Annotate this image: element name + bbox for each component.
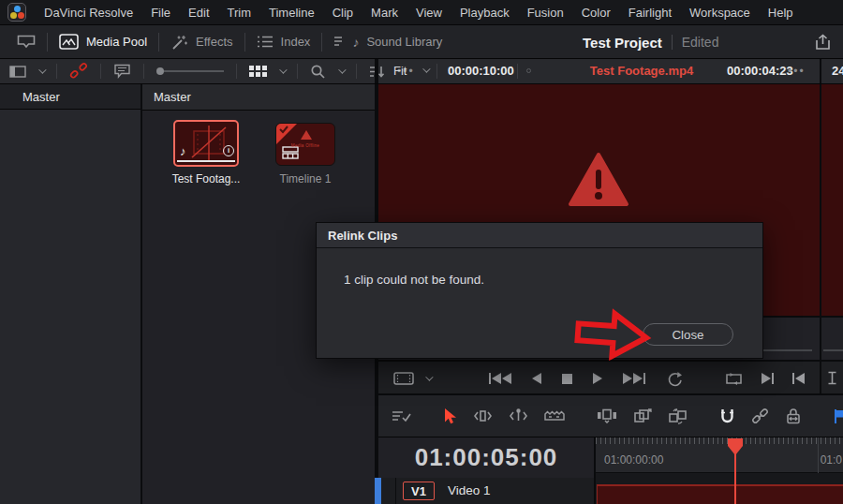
insert-clip-icon[interactable] — [597, 408, 617, 423]
clip-info-icon[interactable]: i — [223, 145, 234, 156]
chevron-down-icon[interactable] — [338, 66, 346, 73]
relink-clips-dialog: Relink Clips 1 clip could not be found. … — [316, 222, 763, 359]
clip-thumbnail-timeline-1[interactable]: Media Offline — [275, 123, 335, 166]
media-pool-button[interactable]: Media Pool — [59, 34, 147, 50]
dialog-title: Relink Clips — [328, 229, 397, 243]
play-around-button[interactable] — [762, 373, 774, 384]
timeline-viewer-fps-partial: 24 — [832, 64, 843, 78]
track-name-label[interactable]: Video 1 — [448, 483, 491, 497]
close-button[interactable]: Close — [643, 323, 733, 346]
search-icon[interactable] — [310, 64, 326, 80]
snapping-magnet-icon[interactable] — [719, 408, 735, 424]
media-pool-bin-label: Master — [154, 90, 191, 104]
last-frame-button[interactable] — [623, 373, 645, 384]
music-note-icon: ♪ — [352, 35, 359, 50]
clip-name-label[interactable]: Timeline 1 — [266, 172, 345, 185]
effects-wand-icon — [170, 34, 188, 51]
toolbar-banner-icon[interactable] — [17, 35, 36, 49]
chevron-down-icon[interactable] — [422, 65, 430, 72]
playhead-line[interactable] — [734, 452, 736, 504]
index-button[interactable]: Index — [257, 35, 311, 49]
menu-item-playback[interactable]: Playback — [460, 6, 510, 20]
sound-library-button[interactable]: ♪ Sound Library — [333, 35, 442, 50]
title-divider — [672, 35, 673, 50]
thumbnail-view-icon[interactable] — [249, 66, 267, 77]
linked-selection-icon[interactable] — [751, 408, 769, 425]
ruler-timecode-label-partial: 01:0 — [821, 453, 842, 467]
video-track-row[interactable] — [596, 484, 843, 504]
menu-item-edit[interactable]: Edit — [188, 6, 209, 20]
replace-clip-icon[interactable] — [668, 408, 688, 424]
effects-button[interactable]: Effects — [170, 34, 233, 51]
chevron-down-icon[interactable] — [425, 373, 433, 380]
unlink-broken-link-icon[interactable] — [69, 62, 88, 81]
menu-item-workspace[interactable]: Workspace — [689, 6, 750, 20]
selection-mode-cursor-icon[interactable] — [443, 408, 457, 424]
stop-button[interactable] — [562, 374, 572, 384]
timeline-view-options-icon[interactable] — [392, 408, 411, 423]
source-clip-name[interactable]: Test Footage.mp4 — [562, 64, 721, 78]
bin-list-view-icon[interactable] — [9, 66, 26, 78]
timeline-jog-partial[interactable] — [821, 316, 843, 360]
menu-item-mark[interactable]: Mark — [371, 6, 398, 20]
dynamic-trim-mode-icon[interactable] — [509, 408, 528, 423]
zoom-mode-dropdown[interactable]: Fit — [393, 64, 407, 78]
play-button[interactable] — [593, 373, 602, 384]
warning-triangle-icon — [301, 130, 312, 140]
timeline-scroll-strip[interactable] — [596, 473, 843, 484]
bin-root-item[interactable]: Master — [0, 84, 140, 110]
overwrite-clip-icon[interactable] — [633, 408, 652, 424]
loop-range-icon[interactable] — [725, 373, 743, 385]
menu-item-fairlight[interactable]: Fairlight — [629, 6, 672, 20]
menu-item-timeline[interactable]: Timeline — [269, 6, 315, 20]
chevron-down-icon[interactable] — [279, 66, 287, 73]
track-v1-badge[interactable]: V1 — [403, 482, 435, 500]
ruler-timecode-label: 01:00:00:00 — [604, 453, 663, 467]
timeline-current-timecode[interactable]: 01:00:05:00 — [415, 443, 558, 472]
menu-item-file[interactable]: File — [151, 6, 170, 20]
menu-item-clip[interactable]: Clip — [333, 6, 353, 20]
timeline-ruler[interactable]: 01:00:00:00 01:0 — [596, 437, 843, 473]
menu-item-trim[interactable]: Trim — [228, 6, 252, 20]
offline-timeline-clip[interactable] — [597, 484, 843, 504]
slider-knob[interactable] — [156, 67, 164, 75]
loop-playback-icon[interactable] — [666, 371, 683, 387]
dialog-title-bar[interactable]: Relink Clips — [317, 223, 762, 248]
thumbnail-zoom-slider[interactable] — [156, 67, 224, 75]
chevron-down-icon[interactable] — [38, 66, 46, 73]
transport-controls — [378, 360, 820, 393]
davinci-resolve-logo-icon[interactable] — [7, 3, 26, 22]
trim-edit-mode-icon[interactable] — [473, 408, 493, 423]
source-current-timecode[interactable]: 00:00:04:23 — [727, 64, 793, 78]
flag-marker-icon[interactable] — [834, 408, 843, 424]
comment-marker-icon[interactable] — [113, 64, 131, 79]
audio-strip — [177, 160, 235, 162]
clip-thumbnail-test-footage[interactable]: ♪ i — [173, 120, 239, 167]
annotation-arrow — [572, 305, 655, 363]
menu-item-help[interactable]: Help — [768, 6, 793, 20]
viewer-mode-frame-icon[interactable] — [393, 372, 414, 385]
clip-name-label[interactable]: Test Footag... — [150, 172, 262, 185]
menu-item-app[interactable]: DaVinci Resolve — [44, 6, 133, 20]
project-title-block: Test Project Edited — [583, 25, 718, 59]
blade-edit-mode-icon[interactable] — [544, 409, 565, 422]
menu-item-color[interactable]: Color — [582, 6, 611, 20]
menu-item-view[interactable]: View — [416, 6, 442, 20]
match-frame-button[interactable] — [792, 373, 805, 384]
viewer-options-icon[interactable]: ••• — [788, 65, 806, 78]
quick-export-icon[interactable] — [814, 25, 832, 59]
media-offline-warning-icon — [568, 152, 629, 208]
index-list-icon — [257, 35, 274, 49]
timeline-viewer-video-partial — [821, 84, 843, 316]
audio-note-icon: ♪ — [180, 144, 186, 158]
source-duration-timecode[interactable]: 00:00:10:00 — [448, 64, 514, 78]
timeline-type-icon — [282, 146, 299, 159]
menu-item-fusion[interactable]: Fusion — [527, 6, 564, 20]
edit-toolbar — [378, 393, 843, 437]
ibeam-icon[interactable] — [827, 371, 837, 385]
menu-bar: DaVinci Resolve File Edit Trim Timeline … — [0, 0, 843, 25]
first-frame-button[interactable] — [489, 373, 511, 384]
position-lock-icon[interactable] — [785, 408, 802, 424]
play-reverse-button[interactable] — [532, 373, 541, 384]
media-pool-label: Media Pool — [86, 35, 147, 49]
